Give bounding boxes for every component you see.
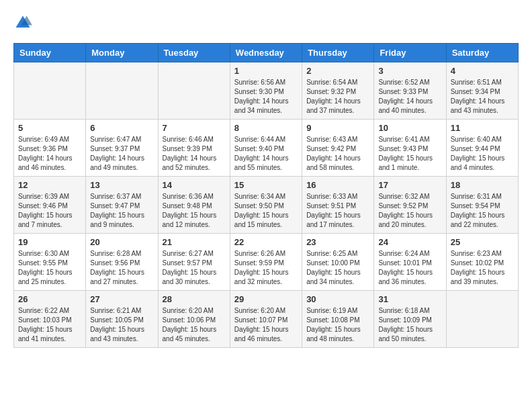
page-header: [13, 13, 519, 32]
day-number: 27: [90, 294, 153, 304]
calendar-cell: 27Sunrise: 6:21 AM Sunset: 10:05 PM Dayl…: [86, 291, 158, 348]
calendar-week-row: 26Sunrise: 6:22 AM Sunset: 10:03 PM Dayl…: [14, 291, 519, 348]
calendar-cell: 19Sunrise: 6:30 AM Sunset: 9:55 PM Dayli…: [14, 234, 86, 291]
calendar-cell: 12Sunrise: 6:39 AM Sunset: 9:46 PM Dayli…: [14, 177, 86, 234]
day-header-saturday: Saturday: [446, 44, 518, 62]
calendar-cell: 11Sunrise: 6:40 AM Sunset: 9:44 PM Dayli…: [446, 120, 518, 177]
calendar-cell: 14Sunrise: 6:36 AM Sunset: 9:48 PM Dayli…: [158, 177, 230, 234]
calendar-cell: 8Sunrise: 6:44 AM Sunset: 9:40 PM Daylig…: [230, 120, 302, 177]
day-info: Sunrise: 6:31 AM Sunset: 9:54 PM Dayligh…: [451, 192, 514, 230]
day-number: 10: [378, 123, 441, 133]
day-info: Sunrise: 6:56 AM Sunset: 9:30 PM Dayligh…: [234, 78, 298, 116]
day-info: Sunrise: 6:22 AM Sunset: 10:03 PM Daylig…: [18, 306, 81, 344]
day-info: Sunrise: 6:28 AM Sunset: 9:56 PM Dayligh…: [90, 249, 153, 287]
day-info: Sunrise: 6:40 AM Sunset: 9:44 PM Dayligh…: [451, 135, 514, 173]
day-number: 11: [451, 123, 514, 133]
calendar-cell: 31Sunrise: 6:18 AM Sunset: 10:09 PM Dayl…: [374, 291, 446, 348]
day-info: Sunrise: 6:21 AM Sunset: 10:05 PM Daylig…: [90, 306, 153, 344]
calendar-cell: 17Sunrise: 6:32 AM Sunset: 9:52 PM Dayli…: [374, 177, 446, 234]
day-number: 18: [451, 180, 514, 190]
day-info: Sunrise: 6:27 AM Sunset: 9:57 PM Dayligh…: [163, 249, 226, 287]
day-info: Sunrise: 6:39 AM Sunset: 9:46 PM Dayligh…: [18, 192, 81, 230]
day-number: 3: [378, 66, 441, 76]
calendar-cell: [158, 62, 230, 120]
day-info: Sunrise: 6:25 AM Sunset: 10:00 PM Daylig…: [306, 249, 369, 287]
calendar-cell: [14, 62, 86, 120]
day-number: 2: [306, 66, 369, 76]
day-number: 20: [90, 237, 153, 247]
calendar-cell: 13Sunrise: 6:37 AM Sunset: 9:47 PM Dayli…: [86, 177, 158, 234]
day-number: 1: [234, 66, 298, 76]
day-info: Sunrise: 6:32 AM Sunset: 9:52 PM Dayligh…: [378, 192, 441, 230]
day-info: Sunrise: 6:47 AM Sunset: 9:37 PM Dayligh…: [90, 135, 153, 173]
day-info: Sunrise: 6:44 AM Sunset: 9:40 PM Dayligh…: [234, 135, 298, 173]
calendar-cell: 6Sunrise: 6:47 AM Sunset: 9:37 PM Daylig…: [86, 120, 158, 177]
day-info: Sunrise: 6:37 AM Sunset: 9:47 PM Dayligh…: [90, 192, 153, 230]
calendar-week-row: 19Sunrise: 6:30 AM Sunset: 9:55 PM Dayli…: [14, 234, 519, 291]
day-number: 21: [163, 237, 226, 247]
day-info: Sunrise: 6:52 AM Sunset: 9:33 PM Dayligh…: [378, 78, 441, 116]
day-info: Sunrise: 6:26 AM Sunset: 9:59 PM Dayligh…: [234, 249, 298, 287]
day-info: Sunrise: 6:20 AM Sunset: 10:07 PM Daylig…: [234, 306, 298, 344]
day-number: 17: [378, 180, 441, 190]
calendar-cell: 5Sunrise: 6:49 AM Sunset: 9:36 PM Daylig…: [14, 120, 86, 177]
day-number: 16: [306, 180, 369, 190]
day-number: 23: [306, 237, 369, 247]
calendar-cell: 1Sunrise: 6:56 AM Sunset: 9:30 PM Daylig…: [230, 62, 302, 120]
calendar-cell: 18Sunrise: 6:31 AM Sunset: 9:54 PM Dayli…: [446, 177, 518, 234]
day-info: Sunrise: 6:24 AM Sunset: 10:01 PM Daylig…: [378, 249, 441, 287]
calendar-cell: 20Sunrise: 6:28 AM Sunset: 9:56 PM Dayli…: [86, 234, 158, 291]
day-number: 28: [163, 294, 226, 304]
day-number: 29: [234, 294, 298, 304]
calendar-cell: 24Sunrise: 6:24 AM Sunset: 10:01 PM Dayl…: [374, 234, 446, 291]
day-number: 19: [18, 237, 81, 247]
day-number: 9: [306, 123, 369, 133]
day-info: Sunrise: 6:18 AM Sunset: 10:09 PM Daylig…: [378, 306, 441, 344]
calendar-cell: 22Sunrise: 6:26 AM Sunset: 9:59 PM Dayli…: [230, 234, 302, 291]
calendar-cell: 2Sunrise: 6:54 AM Sunset: 9:32 PM Daylig…: [302, 62, 374, 120]
calendar-cell: 28Sunrise: 6:20 AM Sunset: 10:06 PM Dayl…: [158, 291, 230, 348]
day-number: 12: [18, 180, 81, 190]
day-number: 30: [306, 294, 369, 304]
day-info: Sunrise: 6:34 AM Sunset: 9:50 PM Dayligh…: [234, 192, 298, 230]
day-number: 8: [234, 123, 298, 133]
calendar-cell: 15Sunrise: 6:34 AM Sunset: 9:50 PM Dayli…: [230, 177, 302, 234]
calendar-cell: [446, 291, 518, 348]
calendar-cell: [86, 62, 158, 120]
day-header-wednesday: Wednesday: [230, 44, 302, 62]
calendar-cell: 3Sunrise: 6:52 AM Sunset: 9:33 PM Daylig…: [374, 62, 446, 120]
day-header-tuesday: Tuesday: [158, 44, 230, 62]
day-number: 4: [451, 66, 514, 76]
day-number: 22: [234, 237, 298, 247]
day-number: 6: [90, 123, 153, 133]
day-number: 25: [451, 237, 514, 247]
day-info: Sunrise: 6:30 AM Sunset: 9:55 PM Dayligh…: [18, 249, 81, 287]
day-number: 24: [378, 237, 441, 247]
calendar-cell: 7Sunrise: 6:46 AM Sunset: 9:39 PM Daylig…: [158, 120, 230, 177]
calendar-cell: 26Sunrise: 6:22 AM Sunset: 10:03 PM Dayl…: [14, 291, 86, 348]
calendar-cell: 4Sunrise: 6:51 AM Sunset: 9:34 PM Daylig…: [446, 62, 518, 120]
day-number: 26: [18, 294, 81, 304]
day-info: Sunrise: 6:33 AM Sunset: 9:51 PM Dayligh…: [306, 192, 369, 230]
calendar-week-row: 5Sunrise: 6:49 AM Sunset: 9:36 PM Daylig…: [14, 120, 519, 177]
day-number: 5: [18, 123, 81, 133]
calendar-week-row: 1Sunrise: 6:56 AM Sunset: 9:30 PM Daylig…: [14, 62, 519, 120]
day-header-thursday: Thursday: [302, 44, 374, 62]
day-number: 14: [163, 180, 226, 190]
calendar-cell: 23Sunrise: 6:25 AM Sunset: 10:00 PM Dayl…: [302, 234, 374, 291]
calendar-table: SundayMondayTuesdayWednesdayThursdayFrid…: [13, 43, 519, 348]
day-info: Sunrise: 6:41 AM Sunset: 9:43 PM Dayligh…: [378, 135, 441, 173]
calendar-cell: 10Sunrise: 6:41 AM Sunset: 9:43 PM Dayli…: [374, 120, 446, 177]
day-header-monday: Monday: [86, 44, 158, 62]
day-info: Sunrise: 6:19 AM Sunset: 10:08 PM Daylig…: [306, 306, 369, 344]
day-info: Sunrise: 6:43 AM Sunset: 9:42 PM Dayligh…: [306, 135, 369, 173]
day-info: Sunrise: 6:46 AM Sunset: 9:39 PM Dayligh…: [163, 135, 226, 173]
calendar-cell: 9Sunrise: 6:43 AM Sunset: 9:42 PM Daylig…: [302, 120, 374, 177]
calendar-cell: 21Sunrise: 6:27 AM Sunset: 9:57 PM Dayli…: [158, 234, 230, 291]
day-info: Sunrise: 6:23 AM Sunset: 10:02 PM Daylig…: [451, 249, 514, 287]
logo: [13, 13, 35, 32]
calendar-week-row: 12Sunrise: 6:39 AM Sunset: 9:46 PM Dayli…: [14, 177, 519, 234]
logo-icon: [13, 13, 32, 32]
day-info: Sunrise: 6:36 AM Sunset: 9:48 PM Dayligh…: [163, 192, 226, 230]
day-header-friday: Friday: [374, 44, 446, 62]
